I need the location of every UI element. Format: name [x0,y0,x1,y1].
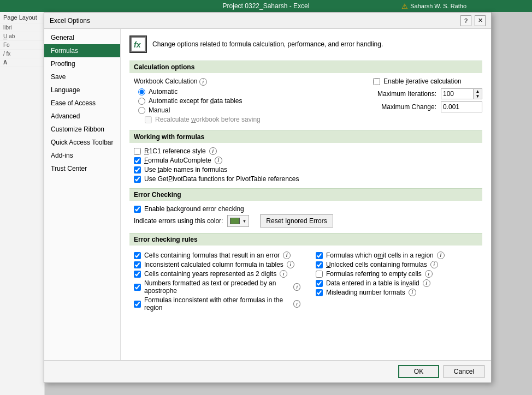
formula-error-checkbox[interactable] [134,252,141,259]
radio-manual-input[interactable] [138,107,145,114]
misleading-checkbox[interactable] [316,289,323,296]
nav-item-language[interactable]: Language [44,83,120,97]
error-rules-right: Formulas which omit cells in a region i … [311,250,482,313]
empty-cells-label: Formulas referring to empty cells [326,270,422,278]
check-unlocked[interactable]: Unlocked cells containing formulas i [316,261,482,268]
omit-cells-checkbox[interactable] [316,252,323,259]
radio-automatic-label: Automatic [149,88,178,95]
check-r1c1[interactable]: R1C1 reference style i [134,147,482,155]
iterative-checkbox[interactable] [373,78,380,85]
iterative-check-row[interactable]: Enable iterative calculation [373,77,482,85]
nav-item-advanced[interactable]: Advanced [44,110,120,123]
title-bar-user: ⚠ Saharsh W. S. Ratho [401,2,466,10]
indicate-color-row: Indicate errors using this color: ▼ Rese… [134,214,482,228]
check-text-num[interactable]: Numbers formatted as text or preceded by… [134,279,300,295]
text-num-info: i [293,283,300,291]
max-iter-up[interactable]: ▲ [474,89,482,94]
check-omit-cells[interactable]: Formulas which omit cells in a region i [316,252,482,259]
check-pivotdata[interactable]: Use GetPivotData functions for PivotTabl… [134,175,482,183]
inconsistent-col-info: i [287,261,294,268]
excel-left-header: Page Layout [0,12,44,23]
dialog-controls: ? ✕ [460,15,486,26]
check-empty-cells[interactable]: Formulas referring to empty cells i [316,270,482,278]
title-bar: Project 0322_Saharsh - Excel ⚠ Saharsh W… [0,0,532,12]
font-display: libri [0,23,44,32]
formula-error-label: Cells containing formulas that result in… [144,252,280,259]
unlocked-checkbox[interactable] [316,261,323,268]
check-invalid-table[interactable]: Data entered in a table is invalid i [316,279,482,287]
max-change-input[interactable]: 0.001 [441,101,482,112]
indicate-label: Indicate errors using this color: [134,217,223,225]
help-button[interactable]: ? [460,15,471,26]
workbook-calc-label: Workbook Calculation i [134,77,362,86]
max-iter-spinbtns[interactable]: ▲ ▼ [474,88,482,99]
check-autocomplete[interactable]: Formula AutoComplete i [134,157,482,164]
2digit-year-checkbox[interactable] [134,271,141,278]
invalid-table-info: i [423,279,430,287]
inconsistent-formula-checkbox[interactable] [134,301,141,308]
invalid-table-checkbox[interactable] [316,280,323,287]
empty-cells-checkbox[interactable] [316,271,323,278]
autocomplete-label: Formula AutoComplete [144,157,211,164]
nav-item-proofing[interactable]: Proofing [44,57,120,70]
fx-icon: fx [129,35,147,53]
radio-auto-except-label: Automatic except for data tables [149,97,242,105]
excel-options-dialog: Excel Options ? ✕ General Formulas Proof… [44,12,492,383]
check-2digit-year[interactable]: Cells containing years represented as 2 … [134,270,300,278]
radio-manual[interactable]: Manual [138,106,362,114]
nav-item-formulas[interactable]: Formulas [44,44,120,57]
section-formulas-header: Working with formulas [129,130,482,143]
check-bg-error[interactable]: Enable background error checking [134,205,482,213]
nav-item-ease-of-access[interactable]: Ease of Access [44,97,120,110]
cancel-button[interactable]: Cancel [444,365,484,378]
max-change-row: Maximum Change: 0.001 [374,101,482,112]
max-iterations-row: Maximum Iterations: 100 ▲ ▼ [374,88,482,99]
nav-panel: General Formulas Proofing Save Language … [44,29,121,360]
ok-button[interactable]: OK [398,365,439,378]
section-error-checking-header: Error Checking [129,188,482,201]
content-header: fx Change options related to formula cal… [129,35,482,53]
r1c1-checkbox[interactable] [134,148,141,155]
pivotdata-checkbox[interactable] [134,176,141,183]
radio-auto-except-input[interactable] [138,98,145,105]
nav-item-trust-center[interactable]: Trust Center [44,162,120,175]
nav-item-save[interactable]: Save [44,70,120,83]
nav-item-customize-ribbon[interactable]: Customize Ribbon [44,123,120,136]
check-tablenames[interactable]: Use table names in formulas [134,166,482,173]
dialog-footer: OK Cancel [44,360,491,382]
error-rules-left: Cells containing formulas that result in… [129,250,300,313]
check-formula-error[interactable]: Cells containing formulas that result in… [134,252,300,259]
nav-item-quick-access[interactable]: Quick Access Toolbar [44,136,120,149]
reset-ignored-errors-button[interactable]: Reset Ignored Errors [260,214,333,228]
tablenames-checkbox[interactable] [134,166,141,173]
nav-item-general[interactable]: General [44,31,120,44]
autocomplete-checkbox[interactable] [134,157,141,164]
radio-automatic-input[interactable] [138,88,145,95]
nav-item-add-ins[interactable]: Add-ins [44,149,120,162]
svg-text:fx: fx [134,40,141,49]
unlocked-label: Unlocked cells containing formulas [326,261,427,268]
dialog-body: General Formulas Proofing Save Language … [44,29,491,360]
fx-row: / fx [0,50,44,58]
misleading-info: i [409,289,416,296]
inconsistent-col-checkbox[interactable] [134,261,141,268]
omit-cells-label: Formulas which omit cells in a region [326,252,434,259]
check-misleading[interactable]: Misleading number formats i [316,289,482,296]
check-inconsistent-formula[interactable]: Formulas inconsistent with other formula… [134,296,300,312]
unlocked-info: i [430,261,438,268]
error-rules-grid: Cells containing formulas that result in… [129,250,482,313]
radio-auto-except[interactable]: Automatic except for data tables [138,97,362,105]
bg-error-label: Enable background error checking [144,205,244,213]
radio-automatic[interactable]: Automatic [138,88,362,95]
color-swatch-button[interactable]: ▼ [227,215,249,227]
max-iter-down[interactable]: ▼ [474,94,482,99]
workbook-calc-info: i [199,78,207,86]
recalc-checkbox[interactable] [145,116,152,123]
check-inconsistent-col[interactable]: Inconsistent calculated column formula i… [134,261,300,268]
bg-error-checkbox[interactable] [134,206,141,213]
omit-cells-info: i [437,252,445,259]
max-iter-spin[interactable]: 100 ▲ ▼ [441,88,482,99]
text-num-checkbox[interactable] [134,284,141,291]
close-button[interactable]: ✕ [475,15,486,26]
max-iter-input[interactable]: 100 [441,88,474,99]
